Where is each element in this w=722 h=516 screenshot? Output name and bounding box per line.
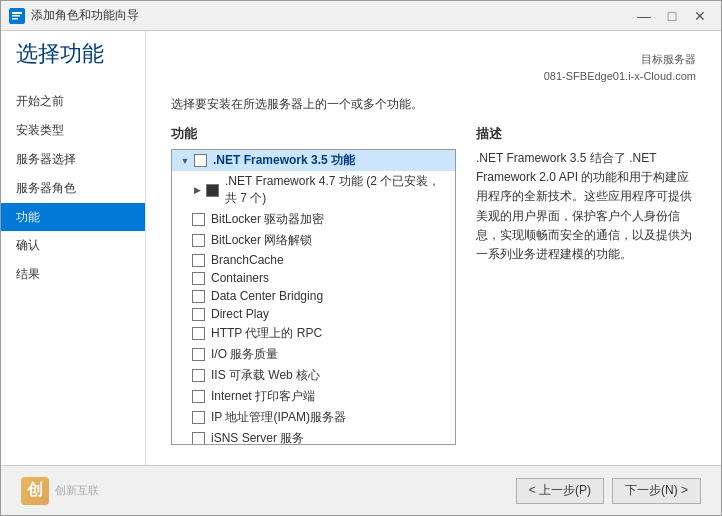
wizard-window: 添加角色和功能向导 — □ ✕ 选择功能 开始之前安装类型服务器选择服务器角色功…	[0, 0, 722, 516]
checkbox-directplay[interactable]	[192, 308, 205, 321]
watermark: 创 创新互联	[21, 477, 99, 505]
feature-item-containers[interactable]: Containers	[172, 269, 455, 287]
feature-item-branchcache[interactable]: BranchCache	[172, 251, 455, 269]
feature-label-http-rpc: HTTP 代理上的 RPC	[211, 325, 322, 342]
checkbox-http-rpc[interactable]	[192, 327, 205, 340]
feature-item-directplay[interactable]: Direct Play	[172, 305, 455, 323]
description-column: 描述 .NET Framework 3.5 结合了 .NET Framework…	[476, 125, 696, 445]
svg-rect-2	[12, 15, 20, 17]
expand-icon-dotnet35[interactable]: ▼	[178, 154, 192, 168]
watermark-text: 创新互联	[55, 483, 99, 498]
sidebar-item-4[interactable]: 功能	[1, 203, 145, 232]
feature-label-dotnet35: .NET Framework 3.5 功能	[213, 152, 355, 169]
footer-buttons: < 上一步(P) 下一步(N) >	[516, 478, 701, 504]
title-bar-buttons: — □ ✕	[631, 6, 713, 26]
content-area: 选择功能 开始之前安装类型服务器选择服务器角色功能确认结果 目标服务器 081-…	[1, 31, 721, 465]
feature-item-io-quality[interactable]: I/O 服务质量	[172, 344, 455, 365]
feature-item-isns[interactable]: iSNS Server 服务	[172, 428, 455, 445]
feature-item-iis-hostable[interactable]: IIS 可承载 Web 核心	[172, 365, 455, 386]
checkbox-isns[interactable]	[192, 432, 205, 445]
checkbox-branchcache[interactable]	[192, 254, 205, 267]
expand-icon-dotnet47[interactable]: ▶	[190, 183, 204, 197]
sidebar: 选择功能 开始之前安装类型服务器选择服务器角色功能确认结果	[1, 31, 146, 465]
checkbox-bitlocker[interactable]	[192, 213, 205, 226]
feature-label-directplay: Direct Play	[211, 307, 269, 321]
checkbox-containers[interactable]	[192, 272, 205, 285]
feature-label-iis-hostable: IIS 可承载 Web 核心	[211, 367, 320, 384]
checkbox-ipam[interactable]	[192, 411, 205, 424]
target-server-value: 081-SFBEdge01.i-x-Cloud.com	[544, 70, 696, 82]
feature-label-internet-print: Internet 打印客户端	[211, 388, 315, 405]
sidebar-item-3[interactable]: 服务器角色	[1, 174, 145, 203]
description-column-title: 描述	[476, 125, 696, 143]
window-title: 添加角色和功能向导	[31, 7, 139, 24]
checkbox-io-quality[interactable]	[192, 348, 205, 361]
sidebar-item-2[interactable]: 服务器选择	[1, 145, 145, 174]
close-button[interactable]: ✕	[687, 6, 713, 26]
feature-item-dotnet47[interactable]: ▶.NET Framework 4.7 功能 (2 个已安装，共 7 个)	[172, 171, 455, 209]
feature-list[interactable]: ▼.NET Framework 3.5 功能▶.NET Framework 4.…	[171, 149, 456, 445]
watermark-logo: 创	[21, 477, 49, 505]
svg-rect-1	[12, 12, 22, 14]
svg-rect-3	[12, 18, 18, 20]
checkbox-internet-print[interactable]	[192, 390, 205, 403]
page-description: 选择要安装在所选服务器上的一个或多个功能。	[171, 96, 696, 113]
feature-item-bitlocker[interactable]: BitLocker 驱动器加密	[172, 209, 455, 230]
feature-item-http-rpc[interactable]: HTTP 代理上的 RPC	[172, 323, 455, 344]
target-server-label: 目标服务器	[641, 53, 696, 65]
feature-item-bitlocker-net[interactable]: BitLocker 网络解锁	[172, 230, 455, 251]
sidebar-item-6[interactable]: 结果	[1, 260, 145, 289]
title-bar-left: 添加角色和功能向导	[9, 7, 139, 24]
feature-description: .NET Framework 3.5 结合了 .NET Framework 2.…	[476, 149, 696, 264]
next-button[interactable]: 下一步(N) >	[612, 478, 701, 504]
feature-label-isns: iSNS Server 服务	[211, 430, 304, 445]
checkbox-iis-hostable[interactable]	[192, 369, 205, 382]
feature-item-ipam[interactable]: IP 地址管理(IPAM)服务器	[172, 407, 455, 428]
maximize-button[interactable]: □	[659, 6, 685, 26]
checkbox-dcb[interactable]	[192, 290, 205, 303]
feature-label-bitlocker-net: BitLocker 网络解锁	[211, 232, 312, 249]
feature-column-title: 功能	[171, 125, 456, 143]
sidebar-title: 选择功能	[1, 41, 145, 87]
feature-label-io-quality: I/O 服务质量	[211, 346, 278, 363]
feature-label-dcb: Data Center Bridging	[211, 289, 323, 303]
wizard-icon	[9, 8, 25, 24]
feature-label-dotnet47: .NET Framework 4.7 功能 (2 个已安装，共 7 个)	[225, 173, 451, 207]
checkbox-dotnet35[interactable]	[194, 154, 207, 167]
sidebar-item-5[interactable]: 确认	[1, 231, 145, 260]
feature-label-bitlocker: BitLocker 驱动器加密	[211, 211, 324, 228]
footer-left: 创 创新互联	[21, 477, 99, 505]
minimize-button[interactable]: —	[631, 6, 657, 26]
checkbox-bitlocker-net[interactable]	[192, 234, 205, 247]
sidebar-item-0[interactable]: 开始之前	[1, 87, 145, 116]
checkbox-dotnet47[interactable]	[206, 184, 219, 197]
sidebar-nav: 开始之前安装类型服务器选择服务器角色功能确认结果	[1, 87, 145, 289]
feature-item-internet-print[interactable]: Internet 打印客户端	[172, 386, 455, 407]
feature-label-ipam: IP 地址管理(IPAM)服务器	[211, 409, 346, 426]
feature-item-dcb[interactable]: Data Center Bridging	[172, 287, 455, 305]
back-button[interactable]: < 上一步(P)	[516, 478, 604, 504]
target-server-info: 目标服务器 081-SFBEdge01.i-x-Cloud.com	[171, 51, 696, 84]
sidebar-item-1[interactable]: 安装类型	[1, 116, 145, 145]
feature-column: 功能 ▼.NET Framework 3.5 功能▶.NET Framework…	[171, 125, 456, 445]
columns-container: 功能 ▼.NET Framework 3.5 功能▶.NET Framework…	[171, 125, 696, 445]
footer: 创 创新互联 < 上一步(P) 下一步(N) >	[1, 465, 721, 515]
title-bar: 添加角色和功能向导 — □ ✕	[1, 1, 721, 31]
main-content: 目标服务器 081-SFBEdge01.i-x-Cloud.com 选择要安装在…	[146, 31, 721, 465]
feature-label-containers: Containers	[211, 271, 269, 285]
feature-item-dotnet35[interactable]: ▼.NET Framework 3.5 功能	[172, 150, 455, 171]
feature-label-branchcache: BranchCache	[211, 253, 284, 267]
